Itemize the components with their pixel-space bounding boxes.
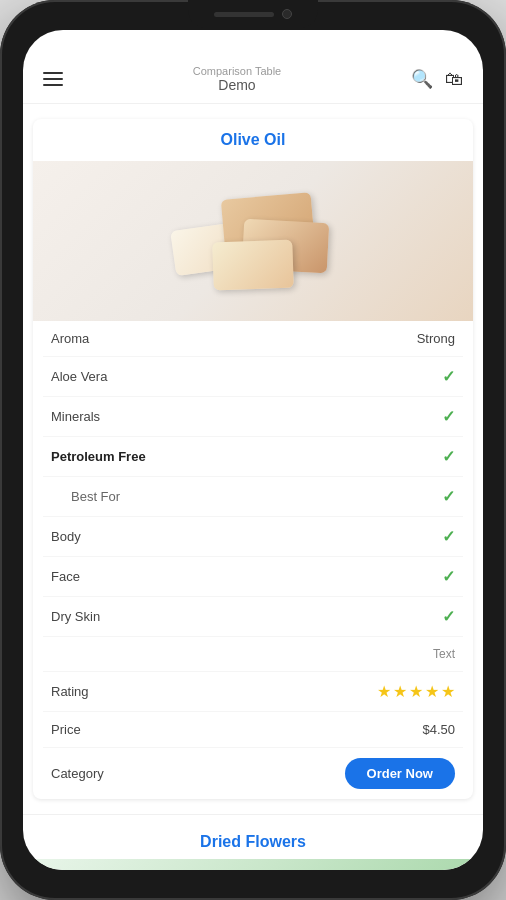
attributes-table: Aroma Strong Aloe Vera ✓ Minerals ✓ [33,321,473,799]
rating-row: Rating ★ ★ ★ ★ ★ [43,672,463,712]
stars-container: ★ ★ ★ ★ ★ [377,682,455,701]
app-header: Comparison Table Demo 🔍 🛍 [23,30,483,104]
check-icon: ✓ [442,567,455,586]
check-icon: ✓ [442,607,455,626]
notch-camera [282,9,292,19]
table-row: Best For ✓ [43,477,463,517]
row-label: Aroma [51,331,89,346]
category-label: Category [51,766,104,781]
check-icon: ✓ [442,487,455,506]
row-label: Minerals [51,409,100,424]
check-icon: ✓ [442,527,455,546]
header-icons: 🔍 🛍 [411,68,463,90]
notch-speaker [214,12,274,17]
order-row: Category Order Now [43,748,463,799]
price-label: Price [51,722,81,737]
search-icon[interactable]: 🔍 [411,68,433,90]
product-title: Olive Oil [33,119,473,161]
next-product-image: 🌸 [33,859,473,870]
notch [188,0,318,28]
text-label: Text [433,647,455,661]
header-title: Comparison Table Demo [193,65,281,93]
hamburger-icon [43,84,63,86]
row-label: Body [51,529,81,544]
soap-illustration [153,176,353,306]
site-name: Comparison Table [193,65,281,77]
table-row: Aloe Vera ✓ [43,357,463,397]
star-3: ★ [409,682,423,701]
table-row: Minerals ✓ [43,397,463,437]
menu-button[interactable] [43,72,63,86]
star-5: ★ [441,682,455,701]
row-label: Dry Skin [51,609,100,624]
check-icon: ✓ [442,367,455,386]
table-row: Dry Skin ✓ [43,597,463,637]
star-4: ★ [425,682,439,701]
table-row: Aroma Strong [43,321,463,357]
row-label: Aloe Vera [51,369,107,384]
hamburger-icon [43,72,63,74]
table-row: Body ✓ [43,517,463,557]
table-row: Petroleum Free ✓ [43,437,463,477]
store-name: Demo [193,77,281,93]
rating-label: Rating [51,684,89,699]
cart-icon[interactable]: 🛍 [445,69,463,90]
table-row: Text [43,637,463,672]
soap-bar-3 [212,240,294,291]
row-label-indented: Best For [51,489,120,504]
star-1: ★ [377,682,391,701]
price-row: Price $4.50 [43,712,463,748]
phone-screen: Comparison Table Demo 🔍 🛍 Olive Oil [23,30,483,870]
price-value: $4.50 [422,722,455,737]
row-label-bold: Petroleum Free [51,449,146,464]
main-content: Olive Oil Aroma Strong [23,104,483,870]
table-row: Face ✓ [43,557,463,597]
hamburger-icon [43,78,63,80]
next-product-title: Dried Flowers [33,825,473,859]
product-card: Olive Oil Aroma Strong [33,119,473,799]
phone-frame: Comparison Table Demo 🔍 🛍 Olive Oil [0,0,506,900]
product-image [33,161,473,321]
check-icon: ✓ [442,447,455,466]
next-product-preview: Dried Flowers 🌸 [23,814,483,870]
row-value: Strong [417,331,455,346]
order-now-button[interactable]: Order Now [345,758,455,789]
star-2: ★ [393,682,407,701]
row-label: Face [51,569,80,584]
check-icon: ✓ [442,407,455,426]
